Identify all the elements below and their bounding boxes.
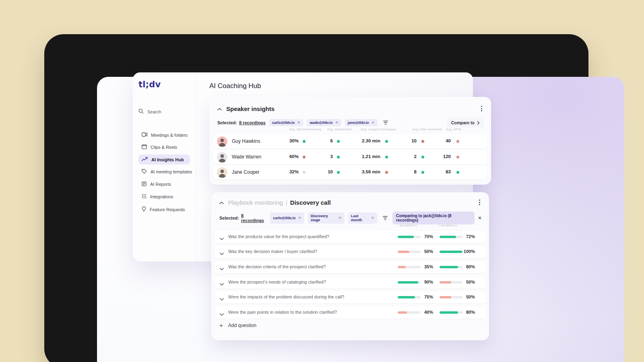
- grid-dots-icon: [142, 194, 147, 200]
- plus-icon: +: [219, 322, 223, 329]
- progress-bar-jack: [398, 266, 421, 268]
- metric-value: 40: [419, 138, 451, 143]
- chip-close-icon[interactable]: ✕: [372, 121, 375, 125]
- status-dot-pink: [456, 156, 459, 158]
- question-row[interactable]: Were the pain points in relation to the …: [215, 306, 486, 319]
- filter-icon[interactable]: [382, 215, 389, 221]
- progress-bar-carlo: [440, 236, 462, 238]
- clapperboard-icon: [142, 144, 147, 150]
- column-header: Avg. WPM: [446, 128, 461, 131]
- chip-close-icon[interactable]: ✕: [298, 216, 301, 220]
- filter-chip-label: carlo@tldv.io: [272, 121, 295, 125]
- question-row[interactable]: Were the prospect's needs of cataloging …: [215, 276, 486, 288]
- filter-chip[interactable]: Discovery stage ✕: [308, 212, 345, 224]
- sidebar-item-clips-reels[interactable]: Clips & Reels: [138, 142, 190, 152]
- progress-value-jack: 90%: [419, 280, 433, 284]
- question-text: Was the products value for the prospect …: [228, 234, 329, 239]
- column-jack-label: Jack@tldv.io: [399, 224, 417, 227]
- chevron-right-icon: [477, 121, 479, 125]
- progress-value-jack: 50%: [419, 249, 433, 254]
- question-row[interactable]: Was the products value for the prospect …: [215, 231, 486, 243]
- metric-value: 1.21 min: [348, 154, 380, 159]
- avatar: [217, 136, 227, 147]
- comparing-badge: Comparing to jack@tldv.io (8 recordings)…: [392, 212, 482, 224]
- progress-value-jack: 40%: [419, 310, 433, 315]
- chevron-down-icon[interactable]: [220, 295, 224, 302]
- add-question-button[interactable]: + Add question: [219, 322, 256, 329]
- chevron-down-icon[interactable]: [220, 234, 224, 242]
- chevron-down-icon[interactable]: [220, 280, 224, 287]
- sidebar-item-ai-meeting-templates[interactable]: AI meeting templates: [138, 167, 190, 177]
- column-header: Avg. Talk time/meeting: [289, 128, 321, 131]
- filter-chip[interactable]: Last month ✕: [348, 212, 377, 224]
- chevron-down-icon[interactable]: [220, 249, 224, 257]
- more-menu-icon[interactable]: [479, 104, 484, 113]
- title-divider: |: [283, 199, 290, 206]
- speaker-name: Wade Warren: [232, 154, 261, 160]
- filter-icon[interactable]: [382, 119, 389, 126]
- table-row: Jane Cooper 32%103.56 min883: [213, 165, 487, 179]
- page-title: AI Coaching Hub: [209, 82, 261, 90]
- progress-bar-carlo: [440, 266, 462, 268]
- question-row[interactable]: Was the decision criteria of the prospec…: [215, 261, 486, 273]
- compare-to-label: Compare to: [451, 120, 475, 125]
- selected-label: Selected:: [217, 120, 237, 125]
- chip-close-icon[interactable]: ✕: [371, 216, 374, 220]
- more-menu-icon[interactable]: [477, 198, 482, 207]
- playbook-header: Playbook monitoring|Discovery call: [211, 192, 489, 207]
- sidebar-item-integrations[interactable]: Integrations: [138, 191, 190, 202]
- speaker-insights-header: Speaker insights: [209, 97, 491, 113]
- card-title: Speaker insights: [226, 105, 275, 112]
- filter-chip[interactable]: jane@tldv.io ✕: [345, 119, 378, 126]
- recordings-link[interactable]: 8 recordings: [239, 120, 266, 125]
- question-text: Were the pain points in relation to the …: [228, 310, 337, 315]
- chevron-down-icon[interactable]: [220, 265, 224, 272]
- filter-chips: carlo@tldv.io ✕ wade@tldv.io ✕ jane@tldv…: [269, 119, 378, 126]
- collapse-chevron-up-icon[interactable]: [217, 105, 222, 112]
- progress-value-carlo: 80%: [460, 264, 475, 269]
- filter-chip-label: carlo@tldv.io: [273, 216, 295, 220]
- compare-to-button[interactable]: Compare to: [447, 118, 484, 128]
- filter-chip-label: Last month: [351, 214, 369, 222]
- playbook-monitoring-label: Playbook monitoring: [228, 199, 283, 206]
- metric-value: 8: [384, 169, 417, 174]
- chip-close-icon[interactable]: ✕: [335, 121, 339, 125]
- filter-chip[interactable]: carlo@tldv.io ✕: [270, 212, 304, 224]
- question-row[interactable]: Were the impacts of the problem discusse…: [215, 291, 486, 303]
- metric-value: 30%: [266, 138, 299, 143]
- chip-close-icon[interactable]: ✕: [297, 121, 300, 125]
- search-icon: [138, 109, 144, 115]
- metric-value: 120: [419, 154, 451, 159]
- search-label: Search: [147, 109, 161, 114]
- avatar: [217, 152, 227, 162]
- sidebar-item-ai-insights-hub[interactable]: AI Insights Hub: [138, 154, 190, 165]
- progress-bar-jack: [398, 296, 421, 298]
- chevron-down-icon[interactable]: [220, 310, 224, 317]
- recordings-link[interactable]: 8 recordings: [241, 213, 266, 223]
- filter-chip[interactable]: wade@tldv.io ✕: [307, 119, 341, 126]
- close-icon[interactable]: ✕: [478, 215, 482, 221]
- comparing-badge-label: Comparing to jack@tldv.io (8 recordings): [392, 212, 475, 224]
- metric-value: 32%: [266, 169, 299, 174]
- status-dot-pink: [456, 140, 459, 143]
- sidebar-item-feature-requests[interactable]: Feature Requests: [138, 204, 190, 215]
- filter-chip[interactable]: carlo@tldv.io ✕: [269, 119, 303, 126]
- status-dot-green: [337, 171, 340, 174]
- speaker-name: Jane Cooper: [232, 169, 260, 175]
- filter-chips: carlo@tldv.io ✕ Discovery stage ✕ Last m…: [270, 212, 377, 224]
- sidebar-item-meetings-folders[interactable]: Meetings & folders: [138, 130, 190, 140]
- metric-value: 2.30 min: [348, 138, 380, 143]
- collapse-chevron-up-icon[interactable]: [219, 199, 224, 206]
- chip-close-icon[interactable]: ✕: [339, 216, 342, 220]
- question-row[interactable]: Was the key decision maker / buyer clari…: [215, 246, 486, 258]
- progress-value-jack: 35%: [419, 264, 433, 269]
- sidebar-item-ai-reports[interactable]: AI Reports: [138, 179, 190, 189]
- sidebar-item-label: AI Reports: [150, 182, 171, 187]
- progress-value-carlo: 50%: [460, 294, 475, 299]
- column-carlo-label: Carlo@tldv.io: [438, 224, 458, 227]
- sidebar: tl;dv Search Meetings & folders Clips & …: [133, 72, 196, 261]
- search-button[interactable]: Search: [138, 109, 190, 115]
- question-text: Were the prospect's needs of cataloging …: [228, 280, 326, 284]
- progress-bar-jack: [398, 236, 421, 238]
- filter-chip-label: jane@tldv.io: [348, 121, 369, 125]
